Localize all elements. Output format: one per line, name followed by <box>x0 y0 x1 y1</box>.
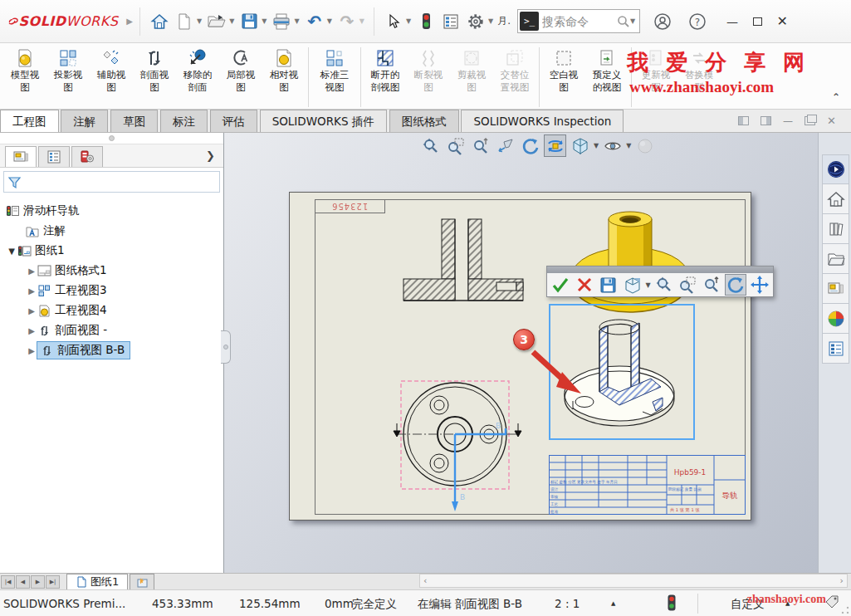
open-button[interactable] <box>206 11 227 32</box>
appearances-tab[interactable] <box>822 304 849 334</box>
save-dropdown[interactable]: ▼ <box>262 17 267 25</box>
search-input[interactable] <box>539 15 617 28</box>
zoom-to-area-icon[interactable] <box>677 274 699 296</box>
selected-tree-item[interactable]: 剖面视图 B-B <box>37 341 130 359</box>
select-dropdown[interactable]: ▼ <box>406 17 411 25</box>
tree-section-view-row[interactable]: ▶ 剖面视图 - <box>0 320 223 340</box>
predefined-view-button[interactable]: 预定义的视图 <box>585 46 628 94</box>
tree-annotations-row[interactable]: 注解 <box>0 221 223 241</box>
accept-icon[interactable] <box>550 274 571 296</box>
zoom-to-area-icon[interactable] <box>444 134 467 157</box>
new-document-button[interactable] <box>174 11 195 32</box>
feature-manager-tab[interactable] <box>5 146 37 167</box>
status-scale[interactable]: 2 : 1 <box>555 597 580 610</box>
doc-close-icon[interactable]: ✕ <box>827 115 836 127</box>
rotate-view-icon[interactable] <box>519 134 541 157</box>
view-palette-tab[interactable] <box>822 274 849 304</box>
tag-icon[interactable] <box>824 595 839 609</box>
tab-evaluate[interactable]: 评估 <box>210 110 257 132</box>
logo-flyout-arrow[interactable]: ▶ <box>126 17 133 26</box>
display-style-dropdown[interactable]: ▼ <box>594 142 599 149</box>
tree-sheet-row[interactable]: ▼ 图纸1 <box>0 241 223 261</box>
doc-restore-icon[interactable] <box>805 116 815 125</box>
print-dropdown[interactable]: ▼ <box>294 17 299 25</box>
auxiliary-view-button[interactable]: 辅助视图 <box>90 46 133 94</box>
section-view-button[interactable]: 剖面视图 <box>133 46 176 94</box>
help-button[interactable]: ? <box>687 11 708 32</box>
zoom-to-fit-icon[interactable] <box>419 134 442 157</box>
empty-view-button[interactable]: 空白视图 <box>542 46 585 94</box>
standard-3view-button[interactable]: 标准三视图 <box>311 46 358 94</box>
top-view-with-section-line[interactable]: B B <box>389 377 531 514</box>
cancel-icon[interactable] <box>574 274 595 296</box>
view-orientation-icon[interactable] <box>622 274 643 296</box>
select-cursor-button[interactable] <box>383 11 404 32</box>
expand-arrow-icon[interactable]: ▶ <box>27 326 37 335</box>
3d-drawing-view-button[interactable] <box>544 134 566 157</box>
traffic-light-icon[interactable] <box>415 11 437 32</box>
doc-minimize-icon[interactable]: — <box>783 115 793 127</box>
projected-view-button[interactable]: 投影视图 <box>46 46 90 94</box>
3dexperience-tab[interactable] <box>822 154 849 184</box>
hide-show-dropdown[interactable]: ▼ <box>626 142 631 149</box>
tab-sketch[interactable]: 草图 <box>110 110 158 132</box>
pane-right-icon[interactable] <box>761 116 771 125</box>
status-traffic-light-icon[interactable] <box>668 594 676 611</box>
tab-drawing[interactable]: 工程图 <box>0 110 59 132</box>
new-document-dropdown[interactable]: ▼ <box>197 17 202 25</box>
custom-properties-tab[interactable] <box>822 334 849 364</box>
zoom-in-out-icon[interactable] <box>469 134 492 157</box>
hide-show-items-icon[interactable] <box>601 134 624 157</box>
expand-arrow-icon[interactable]: ▶ <box>27 266 37 276</box>
panel-splitter-handle[interactable] <box>221 330 231 364</box>
print-button[interactable] <box>271 11 292 32</box>
view-orientation-dropdown[interactable]: ▼ <box>646 281 651 289</box>
options-gear-button[interactable] <box>465 11 487 32</box>
prev-sheet-button[interactable]: ◀ <box>16 575 30 589</box>
scroll-right-icon[interactable]: › <box>840 575 844 586</box>
sheet-tab-active[interactable]: 图纸1 <box>66 574 128 589</box>
horizontal-scrollbar[interactable]: ‹ › <box>419 574 848 588</box>
property-manager-tab[interactable] <box>38 146 70 167</box>
tree-section-view-bb-row[interactable]: ▶ 剖面视图 B-B <box>0 340 223 360</box>
options-dropdown[interactable]: ▼ <box>488 17 493 25</box>
resize-grip[interactable] <box>841 606 849 614</box>
shaded-3d-part[interactable] <box>568 209 692 314</box>
tree-root-row[interactable]: 滑动杆导轨 <box>0 201 223 221</box>
open-dropdown[interactable]: ▼ <box>229 17 234 25</box>
pane-left-icon[interactable] <box>738 116 749 125</box>
home-button[interactable] <box>149 11 170 32</box>
task-scheduler-button[interactable] <box>440 11 462 32</box>
first-sheet-button[interactable]: |◀ <box>1 575 15 589</box>
tree-filter-box[interactable] <box>3 171 220 193</box>
panel-expand-chevron-icon[interactable]: ❯ <box>206 149 215 162</box>
ribbon-collapse-chevron-icon[interactable]: ⌃ <box>832 91 840 103</box>
rotate-view-button[interactable] <box>725 274 746 296</box>
detail-view-button[interactable]: 局部视图 <box>219 46 262 94</box>
expand-arrow-icon[interactable]: ▼ <box>7 247 17 256</box>
tab-annotation[interactable]: 注解 <box>61 110 108 132</box>
tab-dimension[interactable]: 标注 <box>160 110 208 132</box>
broken-out-section-button[interactable]: 断开的剖视图 <box>364 46 407 94</box>
command-search[interactable]: >_ ▼ <box>517 9 640 33</box>
redo-button[interactable]: ↷ <box>336 11 358 32</box>
file-explorer-tab[interactable] <box>822 244 849 274</box>
expand-arrow-icon[interactable]: ▶ <box>27 346 37 355</box>
display-style-icon[interactable] <box>569 134 591 157</box>
undo-dropdown[interactable]: ▼ <box>327 17 332 25</box>
next-sheet-button[interactable]: ▶ <box>31 575 45 589</box>
tab-inspection[interactable]: SOLIDWORKS Inspection <box>461 110 624 132</box>
expand-arrow-icon[interactable]: ▶ <box>27 306 37 315</box>
design-library-tab[interactable] <box>822 214 849 244</box>
search-dropdown[interactable]: ▼ <box>630 17 635 25</box>
expand-arrow-icon[interactable]: ▶ <box>27 286 37 296</box>
search-icon[interactable] <box>617 15 630 28</box>
scale-caret-icon[interactable]: ▲ <box>611 600 615 607</box>
panel-collapse-strip[interactable] <box>0 133 223 144</box>
tree-view4-row[interactable]: ▶ 工程视图4 <box>0 301 223 320</box>
zoom-in-out-icon[interactable] <box>701 274 722 296</box>
zoom-to-fit-icon[interactable] <box>653 274 675 296</box>
undo-button[interactable]: ↶ <box>304 11 325 32</box>
graphics-area[interactable]: ▼ ▼ 123456 <box>224 133 818 573</box>
close-button[interactable]: ✕ <box>770 9 795 34</box>
